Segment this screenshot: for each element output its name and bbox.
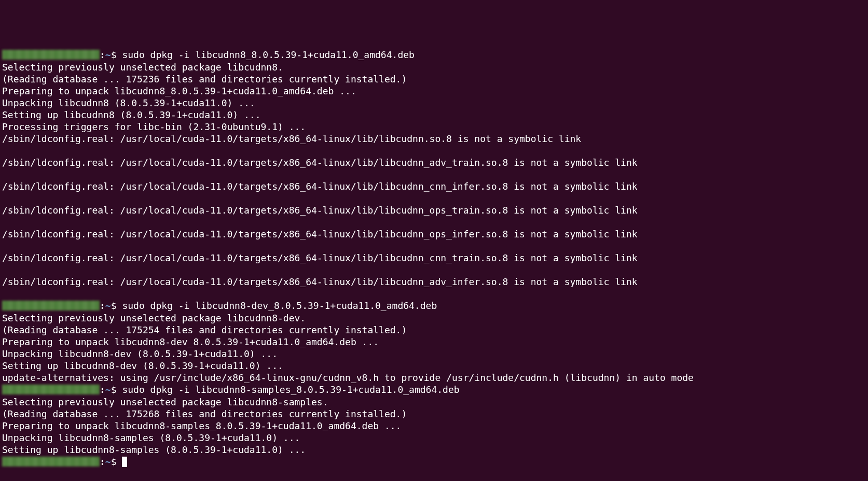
output-line: /sbin/ldconfig.real: /usr/local/cuda-11.… [2, 157, 866, 168]
prompt-colon: : [100, 384, 105, 395]
prompt-colon: : [100, 300, 105, 311]
prompt-colon: : [100, 49, 105, 60]
output-line: (Reading database ... 175254 files and d… [2, 324, 866, 336]
prompt-path: ~ [105, 300, 111, 311]
output-line: /sbin/ldconfig.real: /usr/local/cuda-11.… [2, 252, 866, 264]
prompt-dollar: $ [111, 300, 122, 311]
prompt-colon: : [100, 456, 105, 467]
output-line: Preparing to unpack libcudnn8_8.0.5.39-1… [2, 85, 866, 97]
prompt-user-host-blurred [2, 385, 100, 394]
prompt-dollar: $ [111, 49, 122, 60]
prompt-path: ~ [105, 384, 111, 395]
prompt-line[interactable]: :~$ [2, 456, 866, 469]
prompt-path: ~ [105, 456, 111, 467]
prompt-dollar: $ [111, 456, 122, 467]
output-line [2, 288, 866, 300]
output-line: Unpacking libcudnn8-dev (8.0.5.39-1+cuda… [2, 348, 866, 360]
output-line: (Reading database ... 175268 files and d… [2, 408, 866, 420]
output-line: /sbin/ldconfig.real: /usr/local/cuda-11.… [2, 276, 866, 288]
output-line: /sbin/ldconfig.real: /usr/local/cuda-11.… [2, 204, 866, 216]
prompt-user-host-blurred [2, 457, 100, 466]
output-line [2, 264, 866, 276]
output-line: update-alternatives: using /usr/include/… [2, 372, 866, 384]
command-text[interactable]: sudo dpkg -i libcudnn8-dev_8.0.5.39-1+cu… [122, 300, 437, 311]
output-line: /sbin/ldconfig.real: /usr/local/cuda-11.… [2, 228, 866, 240]
output-line: Setting up libcudnn8-dev (8.0.5.39-1+cud… [2, 360, 866, 372]
output-line: Preparing to unpack libcudnn8-dev_8.0.5.… [2, 336, 866, 348]
prompt-user-host-blurred [2, 50, 100, 60]
output-line [2, 168, 866, 180]
output-line [2, 192, 866, 204]
prompt-line[interactable]: :~$ sudo dpkg -i libcudnn8-dev_8.0.5.39-… [2, 300, 866, 312]
output-line: (Reading database ... 175236 files and d… [2, 73, 866, 85]
output-line: Setting up libcudnn8-samples (8.0.5.39-1… [2, 444, 866, 456]
cursor-icon [122, 457, 127, 467]
output-line: Selecting previously unselected package … [2, 312, 866, 324]
output-line: Processing triggers for libc-bin (2.31-0… [2, 121, 866, 133]
output-line: Selecting previously unselected package … [2, 61, 866, 73]
command-text[interactable]: sudo dpkg -i libcudnn8-samples_8.0.5.39-… [122, 384, 459, 395]
output-line [2, 145, 866, 157]
output-line: Unpacking libcudnn8-samples (8.0.5.39-1+… [2, 432, 866, 444]
prompt-path: ~ [105, 49, 111, 60]
prompt-user-host-blurred [2, 301, 100, 310]
terminal-window[interactable]: :~$ sudo dpkg -i libcudnn8_8.0.5.39-1+cu… [2, 49, 866, 469]
output-line: Selecting previously unselected package … [2, 396, 866, 408]
output-line: /sbin/ldconfig.real: /usr/local/cuda-11.… [2, 133, 866, 145]
prompt-line[interactable]: :~$ sudo dpkg -i libcudnn8-samples_8.0.5… [2, 384, 866, 396]
output-line [2, 216, 866, 228]
output-line: Preparing to unpack libcudnn8-samples_8.… [2, 420, 866, 432]
prompt-dollar: $ [111, 384, 122, 395]
command-text[interactable]: sudo dpkg -i libcudnn8_8.0.5.39-1+cuda11… [122, 49, 415, 60]
prompt-line[interactable]: :~$ sudo dpkg -i libcudnn8_8.0.5.39-1+cu… [2, 49, 866, 61]
output-line: /sbin/ldconfig.real: /usr/local/cuda-11.… [2, 180, 866, 192]
output-line: Setting up libcudnn8 (8.0.5.39-1+cuda11.… [2, 109, 866, 121]
output-line: Unpacking libcudnn8 (8.0.5.39-1+cuda11.0… [2, 97, 866, 109]
output-line [2, 240, 866, 252]
